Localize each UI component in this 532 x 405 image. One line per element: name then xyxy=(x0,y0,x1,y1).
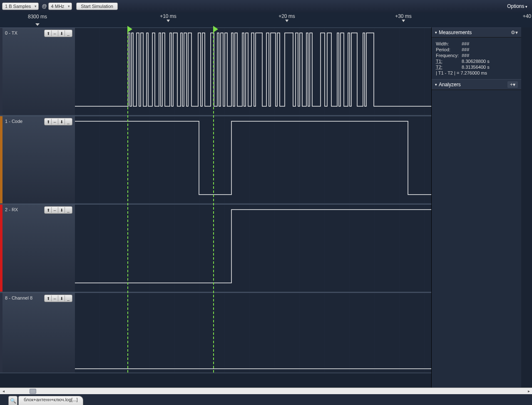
time-tick: +10 ms xyxy=(160,13,177,22)
samples-value: 1 B Samples xyxy=(5,4,31,9)
channel-name: 8 - Channel 8 xyxy=(5,295,32,300)
time-tick: +20 ms xyxy=(278,13,295,22)
at-symbol: @ xyxy=(42,3,47,9)
measurements-title: Measurements xyxy=(439,30,472,35)
channel-color-bar xyxy=(0,116,2,203)
waveform-code[interactable] xyxy=(75,116,431,203)
time-tick: +30 ms xyxy=(395,13,412,22)
trigger-dash-icon[interactable]: – xyxy=(52,207,58,213)
analyzers-header[interactable]: Analyzers +▾ xyxy=(432,79,521,90)
trigger-rise-icon[interactable]: ⬆ xyxy=(45,207,52,213)
trigger-low-icon[interactable]: _ xyxy=(65,295,72,301)
marker-t1[interactable] xyxy=(127,28,128,372)
file-tab[interactable]: блок+антенн+ключ.log[...] xyxy=(18,396,83,405)
meas-width-label: Width: xyxy=(436,41,462,46)
trigger-fall-icon[interactable]: ⬇ xyxy=(58,295,65,301)
marker-t2[interactable] xyxy=(213,28,214,372)
trigger-low-icon[interactable]: _ xyxy=(65,119,72,125)
trigger-rise-icon[interactable]: ⬆ xyxy=(45,119,52,125)
waveform-rx[interactable] xyxy=(75,205,431,292)
time-tick: +40 xyxy=(523,13,531,19)
trigger-low-icon[interactable]: _ xyxy=(65,30,72,36)
analyzers-title: Analyzers xyxy=(439,82,461,88)
meas-freq-label: Frequency: xyxy=(436,53,462,58)
channel-header[interactable]: 2 - RX ⬆ – ⬇ _ xyxy=(0,205,75,292)
meas-delta: | T1 - T2 | = 7.276000 ms xyxy=(436,70,487,75)
meas-width-value: ### xyxy=(462,41,469,46)
marker-flag-icon xyxy=(213,26,218,32)
gear-icon[interactable]: ⚙▾ xyxy=(511,30,518,35)
rate-value: 4 MHz xyxy=(51,4,65,9)
trigger-buttons: ⬆ – ⬇ _ xyxy=(44,295,72,302)
channel-color-bar xyxy=(0,28,2,115)
horizontal-scrollbar[interactable]: ◂ ▸ xyxy=(0,388,532,394)
meas-freq-value: ### xyxy=(462,53,469,58)
channel-header[interactable]: 8 - Channel 8 ⬆ – ⬇ _ xyxy=(0,293,75,372)
waveform-tx[interactable] xyxy=(75,28,431,115)
search-icon: 🔍 xyxy=(10,398,16,404)
measurements-header[interactable]: Measurements ⚙▾ xyxy=(432,28,521,38)
meas-t2-value: 8.31356400 s xyxy=(462,65,490,70)
trigger-dash-icon[interactable]: – xyxy=(52,30,58,36)
channel-header[interactable]: 0 - TX ⬆ – ⬇ _ xyxy=(0,28,75,115)
rate-select[interactable]: 4 MHz xyxy=(48,2,72,10)
options-menu[interactable]: Options xyxy=(505,2,530,10)
start-simulation-button[interactable]: Start Simulation xyxy=(76,2,118,10)
channel-color-bar xyxy=(0,205,2,292)
trigger-rise-icon[interactable]: ⬆ xyxy=(45,30,52,36)
marker-flag-icon xyxy=(127,26,132,32)
time-origin-label: 8300 ms xyxy=(0,12,75,28)
trigger-buttons: ⬆ – ⬇ _ xyxy=(44,30,72,37)
scroll-track[interactable] xyxy=(7,388,525,394)
meas-t2-label[interactable]: T2: xyxy=(436,65,462,70)
trigger-fall-icon[interactable]: ⬇ xyxy=(58,30,65,36)
add-analyzer-button[interactable]: +▾ xyxy=(507,81,518,88)
waveform-ch8[interactable] xyxy=(75,293,431,372)
channel-color-bar xyxy=(0,293,2,372)
meas-period-value: ### xyxy=(462,47,469,52)
trigger-buttons: ⬆ – ⬇ _ xyxy=(44,118,72,125)
channel-header[interactable]: 1 - Code ⬆ – ⬇ _ xyxy=(0,116,75,203)
trigger-fall-icon[interactable]: ⬇ xyxy=(58,207,65,213)
trigger-buttons: ⬆ – ⬇ _ xyxy=(44,206,72,214)
scroll-thumb[interactable] xyxy=(30,389,36,394)
trigger-low-icon[interactable]: _ xyxy=(65,207,72,213)
scroll-right-button[interactable]: ▸ xyxy=(525,388,532,394)
meas-t1-value: 8.30628800 s xyxy=(462,59,490,64)
trigger-dash-icon[interactable]: – xyxy=(52,295,58,301)
trigger-fall-icon[interactable]: ⬇ xyxy=(58,119,65,125)
trigger-rise-icon[interactable]: ⬆ xyxy=(45,295,52,301)
samples-select[interactable]: 1 B Samples xyxy=(2,2,39,10)
time-ruler[interactable]: +10 ms +20 ms +30 ms +40 xyxy=(75,12,532,28)
trigger-dash-icon[interactable]: – xyxy=(52,119,58,125)
meas-t1-label[interactable]: T1: xyxy=(436,59,462,64)
meas-period-label: Period: xyxy=(436,47,462,52)
channel-name: 0 - TX xyxy=(5,30,17,35)
channel-name: 2 - RX xyxy=(5,207,18,212)
scroll-left-button[interactable]: ◂ xyxy=(0,388,7,394)
tab-search-button[interactable]: 🔍 xyxy=(8,396,17,405)
channel-name: 1 - Code xyxy=(5,119,22,124)
measurements-table: Width:### Period:### Frequency:### T1:8.… xyxy=(432,38,521,79)
